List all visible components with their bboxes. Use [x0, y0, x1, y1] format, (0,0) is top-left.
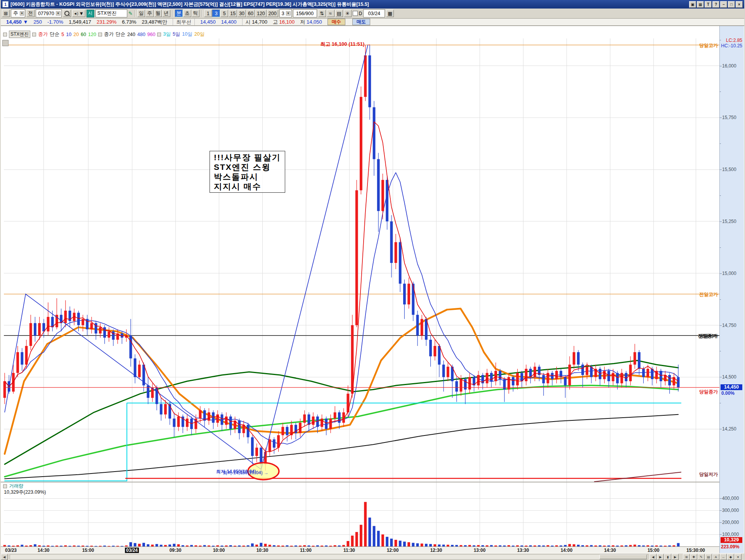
legend-item: 단순	[116, 31, 125, 38]
prev-stock-button[interactable]: 전	[26, 10, 35, 17]
down-arrow-icon: ▼	[23, 19, 28, 25]
legend-stock-name[interactable]: STX엔진	[9, 31, 30, 38]
minute-200[interactable]: 200	[267, 10, 278, 17]
lc-value: LC:2.85	[726, 38, 742, 43]
chart-window-icon[interactable]: ⊞	[2, 10, 10, 17]
status-tool-icon[interactable]: ◆	[727, 554, 734, 560]
status-tool-icon[interactable]: ⊞	[683, 554, 690, 560]
open-price: 14,700	[252, 19, 267, 25]
minute-60[interactable]: 60	[246, 10, 255, 17]
candle-body	[616, 373, 619, 384]
vcr-icon[interactable]: ▶	[672, 554, 679, 560]
candle-body	[607, 371, 610, 381]
status-tool-icon[interactable]: ▤	[705, 554, 712, 560]
candle-body	[395, 242, 397, 263]
candle-body	[134, 358, 137, 377]
x-axis-label-10:30: 10:30	[256, 548, 269, 553]
minute-1[interactable]: 1	[204, 10, 212, 17]
candle-body	[603, 371, 606, 379]
price-change-pct: -1.70%	[47, 19, 63, 25]
title-tool-icon[interactable]: ▣	[689, 1, 696, 8]
ma-legend-120: 120	[88, 32, 96, 37]
minimize-button[interactable]: –	[720, 1, 727, 8]
tool-✳[interactable]: ✳	[344, 10, 352, 17]
candle-body	[99, 327, 102, 334]
unit-분[interactable]: 분	[175, 10, 183, 17]
candle-body	[229, 417, 232, 429]
stock-name-field[interactable]: STX엔진	[95, 9, 127, 17]
period-년[interactable]: 년	[162, 10, 170, 17]
candle-body	[3, 381, 6, 398]
d-checkbox[interactable]	[353, 11, 358, 16]
vcr-icon[interactable]: ▮	[664, 554, 671, 560]
status-tool-icon[interactable]: ✚	[690, 554, 697, 560]
tick-mark	[720, 66, 722, 66]
minute-5[interactable]: 5	[220, 10, 228, 17]
status-tool-icon[interactable]: ↔	[720, 554, 727, 560]
title-tool-icon[interactable]: T	[705, 1, 712, 8]
candle-body	[251, 437, 254, 456]
tick-mark	[720, 522, 722, 523]
legend-item: 단순	[50, 31, 59, 38]
chart-type-select[interactable]: 주▼	[11, 9, 25, 17]
nav-buttons: ◀▶▮▶	[650, 554, 679, 560]
volume-tick-400,000: 400,000	[722, 496, 739, 501]
chart-area[interactable]: STX엔진종가단순5102060120종가단순2404809603일5일10일2…	[1, 26, 744, 553]
h-scrollbar-track[interactable]	[10, 554, 648, 560]
unit-초[interactable]: 초	[183, 10, 191, 17]
candle-body	[347, 394, 349, 412]
close-button[interactable]: ×	[736, 1, 743, 8]
search-button[interactable]	[63, 10, 71, 17]
volume-bar	[368, 518, 371, 546]
volume-bar	[173, 544, 175, 546]
x-axis-label-09:30: 09:30	[170, 548, 182, 553]
candle-body	[486, 373, 489, 384]
candle-body	[368, 55, 371, 107]
status-tool-icon[interactable]: ✎	[698, 554, 705, 560]
date-input[interactable]: 03/24	[363, 9, 385, 17]
tool-≈[interactable]: ≈	[327, 10, 334, 17]
scroll-left-button[interactable]: ◀	[1, 554, 8, 560]
sell-button[interactable]: 매도	[352, 19, 370, 25]
candle-body	[381, 180, 384, 211]
calendar-button[interactable]: ▦	[386, 10, 394, 17]
period-일[interactable]: 일	[137, 10, 146, 17]
unit-틱[interactable]: 틱	[192, 10, 200, 17]
chart-settings-mini-icon[interactable]	[2, 40, 9, 46]
period-주[interactable]: 주	[146, 10, 154, 17]
stock-code-input[interactable]: 077970▼	[36, 9, 62, 17]
vcr-icon[interactable]: ◀	[650, 554, 657, 560]
candle-body	[581, 365, 584, 375]
title-tool-icon[interactable]: ▦	[697, 1, 704, 8]
price-chart[interactable]	[1, 26, 719, 553]
candle-body	[490, 373, 493, 381]
minute-15[interactable]: 15	[229, 10, 237, 17]
candle-body	[503, 379, 506, 390]
ma-legend-5: 5	[61, 32, 64, 37]
minute-120[interactable]: 120	[255, 10, 267, 17]
vcr-icon[interactable]: ▶	[657, 554, 664, 560]
status-tool-icon[interactable]: ▾	[735, 554, 742, 560]
candle-body	[464, 379, 467, 390]
candle-body	[442, 365, 445, 377]
candle-body	[312, 417, 315, 425]
price-axis-strip[interactable]: LC:2.85 HC:-10.25 14,450 0.00% 10,329 22…	[719, 26, 744, 553]
status-tool-icon[interactable]: A	[712, 554, 719, 560]
price-tick-14,250: 14,250	[722, 426, 736, 432]
period-월[interactable]: 월	[154, 10, 162, 17]
tool-▤[interactable]: ▤	[335, 10, 343, 17]
h-scrollbar-thumb[interactable]	[599, 555, 647, 559]
tick-mark	[720, 377, 722, 377]
pencil-icon[interactable]: ✎	[128, 10, 133, 16]
prev-high-label: 전일고가	[699, 291, 718, 298]
tick-mark-minor	[720, 195, 721, 196]
minute-30[interactable]: 30	[237, 10, 246, 17]
custom-minute-select[interactable]: 3▼	[279, 9, 292, 17]
maximize-button[interactable]: □	[728, 1, 735, 8]
title-tool-icon[interactable]: ?	[712, 1, 719, 8]
volume-bar	[129, 542, 132, 546]
sound-button[interactable]: ◄)▼	[72, 10, 85, 17]
minute-3[interactable]: 3	[212, 10, 220, 17]
tool-⇅[interactable]: ⇅	[318, 10, 326, 17]
buy-button[interactable]: 매수	[327, 19, 345, 25]
